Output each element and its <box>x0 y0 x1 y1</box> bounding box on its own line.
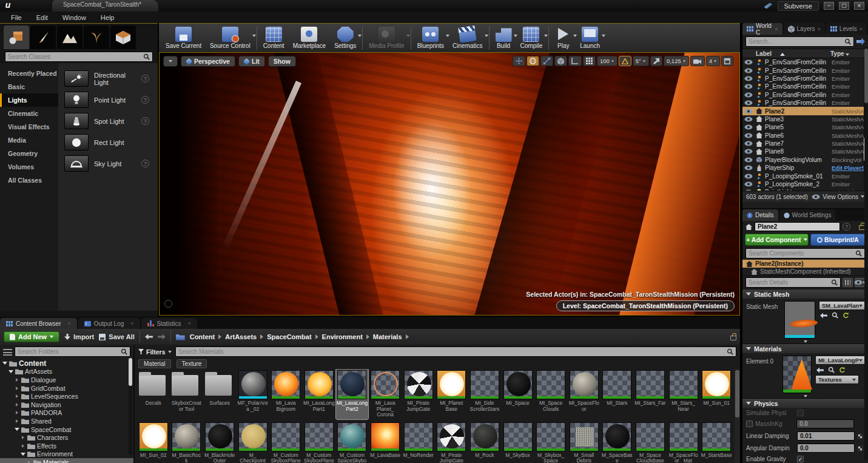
close-tab-icon[interactable]: × <box>775 26 778 32</box>
toolbar-blueprints-button[interactable]: Blueprints <box>413 26 448 50</box>
outliner-row-plane7[interactable]: Plane7StaticMeshA <box>742 140 868 147</box>
toolbar-save-current-button[interactable]: Save Current <box>161 26 206 50</box>
display-filter-button[interactable] <box>855 278 865 287</box>
folder-materials[interactable]: Materials <box>0 458 133 463</box>
close-tab-icon[interactable]: × <box>188 320 191 326</box>
folder-characters[interactable]: Characters <box>0 433 133 442</box>
mode-tab-paint-mode[interactable] <box>30 25 56 49</box>
expander-icon[interactable] <box>15 411 19 414</box>
outliner-search-input[interactable] <box>749 38 844 45</box>
path-lock-icon[interactable] <box>730 336 736 340</box>
category-cinematic[interactable]: Cinematic <box>0 107 58 120</box>
checkbox-icon[interactable] <box>797 410 804 416</box>
tab-world-c[interactable]: World C× <box>742 23 782 35</box>
dropdown-caret-icon[interactable] <box>252 35 256 37</box>
viewport[interactable]: Perspective Lit Show 1005°0,1254 Selecte… <box>159 52 740 316</box>
asset-tile-m-custom-skyboxplane[interactable]: M_Custom SkyboxPlane <box>269 421 302 463</box>
category-basic[interactable]: Basic <box>0 80 58 93</box>
window-title-tab[interactable]: SpaceCombat_TaronStealth* <box>52 0 158 12</box>
tab-content-browser[interactable]: Content Browser× <box>0 318 77 329</box>
visibility-eye-icon[interactable] <box>744 149 753 154</box>
component-staticmeshcomponent-inherited[interactable]: StaticMeshComponent (Inherited) <box>742 268 868 275</box>
surface-snap-button[interactable] <box>568 56 582 66</box>
folder-gridcombat[interactable]: GridCombat <box>0 384 133 393</box>
breadcrumb-content[interactable]: Content <box>190 333 215 340</box>
static-mesh-dropdown[interactable]: SM_LavaPlan <box>819 301 866 310</box>
outliner-row-p-envsandfromceilin[interactable]: P_EnvSandFromCeilinEmitter <box>742 99 868 107</box>
add-new-button[interactable]: Add New <box>4 331 59 342</box>
toolbar-cinematics-button[interactable]: Cinematics <box>448 26 486 50</box>
asset-tile-m-blackhole-outer[interactable]: M_BlackHole Outer <box>203 421 236 463</box>
expander-icon[interactable] <box>15 403 19 407</box>
tab-output-log[interactable]: Output Log× <box>78 318 140 329</box>
checkbox-icon[interactable]: ✓ <box>797 456 804 462</box>
help-icon[interactable]: ? <box>141 117 149 125</box>
tab-details[interactable]: iDetails <box>742 209 778 221</box>
expander-icon[interactable] <box>15 378 19 382</box>
folder-pandora[interactable]: PANDORA <box>0 409 133 417</box>
outliner-row-plane8[interactable]: Plane8StaticMeshA <box>742 147 868 155</box>
mode-tab-geometry-mode[interactable] <box>110 25 136 49</box>
asset-tile-mi-sun-01[interactable]: MI_Sun_01 <box>700 369 733 419</box>
actor-type[interactable]: Edit PlayerS <box>832 164 868 171</box>
close-tab-icon[interactable]: × <box>67 320 70 326</box>
breadcrumb-materials[interactable]: Materials <box>373 333 402 340</box>
material-dropdown[interactable]: MI_LavaLongP <box>815 356 866 365</box>
outliner-search-box[interactable] <box>745 36 854 47</box>
scale-snap-button[interactable] <box>650 56 662 66</box>
outliner-row-pointlight[interactable]: PointLightPointLight <box>742 188 868 191</box>
coordinate-system-button[interactable] <box>554 56 567 66</box>
toolbar-marketplace-button[interactable]: Marketplace <box>289 26 330 50</box>
camera-speed-button[interactable] <box>690 56 705 66</box>
tab-levels[interactable]: Levels× <box>826 23 867 35</box>
drag-handle-icon[interactable] <box>857 433 863 439</box>
outliner-row-plane6[interactable]: Plane6StaticMeshA <box>742 132 868 140</box>
rotate-tool[interactable] <box>527 56 539 66</box>
search-assets-box[interactable] <box>175 346 736 357</box>
toolbar-source-control-button[interactable]: Source Control <box>206 26 255 50</box>
menu-file[interactable]: File <box>4 13 29 22</box>
dropdown-caret-icon[interactable] <box>358 35 362 37</box>
outliner-column-header[interactable]: Label Type <box>742 49 868 58</box>
toolbar-build-button[interactable]: Build <box>491 26 516 50</box>
close-tab-icon[interactable]: × <box>818 26 821 32</box>
folder-tile-skyboxcreator-tool[interactable]: SkyboxCreator Tool <box>170 369 203 419</box>
value-field[interactable]: 0.0 <box>797 444 855 453</box>
asset-tile-m-rock[interactable]: M_Rock <box>468 421 501 463</box>
dropdown-caret-icon[interactable] <box>406 35 410 37</box>
tree-scrollbar[interactable] <box>129 358 132 455</box>
checkbox-icon[interactable] <box>746 421 753 427</box>
grid-snap-button[interactable] <box>583 56 596 66</box>
search-folders-input[interactable] <box>18 348 121 355</box>
browse-icon[interactable] <box>832 312 838 319</box>
search-folders-box[interactable] <box>15 346 130 357</box>
asset-tile-mi-lava-bigroom[interactable]: MI_Lava Bigroom <box>269 369 302 419</box>
expander-icon[interactable] <box>21 444 25 448</box>
asset-tile-mi-pirate-jumpgate[interactable]: MI_Pirate JumpGate <box>402 369 435 419</box>
drag-handle-icon[interactable] <box>857 445 863 451</box>
visibility-eye-icon[interactable] <box>744 141 753 146</box>
asset-tile-mi-space[interactable]: MI_Space <box>502 369 534 419</box>
minimize-button[interactable]: – <box>824 2 834 10</box>
close-tab-icon[interactable]: × <box>860 26 863 32</box>
menu-window[interactable]: Window <box>55 13 93 22</box>
material-thumbnail[interactable] <box>782 356 812 393</box>
expander-icon[interactable] <box>15 387 19 390</box>
category-recently-placed[interactable]: Recently Placed <box>0 67 58 80</box>
outliner-row-p-envsandfromceilin[interactable]: P_EnvSandFromCeilinEmitter <box>742 66 868 74</box>
breadcrumb-spacecombat[interactable]: SpaceCombat <box>267 333 311 340</box>
type-filter-icon[interactable] <box>846 53 849 56</box>
visibility-eye-icon[interactable] <box>744 117 753 122</box>
visibility-eye-icon[interactable] <box>744 189 753 191</box>
menu-help[interactable]: Help <box>93 13 122 22</box>
asset-tile-m-small-debris[interactable]: M_Small Debris <box>568 421 601 463</box>
outliner-row-p-loopingsmoke-2[interactable]: P_LoopingSmoke_2Emitter <box>742 180 868 188</box>
search-assets-input[interactable] <box>178 348 727 355</box>
visibility-eye-icon[interactable] <box>744 84 753 89</box>
asset-tile-m-spacefloor-mat[interactable]: M_SpaceFloor _Mat <box>667 421 700 463</box>
mode-tab-place-mode[interactable] <box>4 25 29 49</box>
tab-layers[interactable]: Layers× <box>784 23 825 35</box>
search-classes-box[interactable] <box>5 52 153 62</box>
view-options-button[interactable]: View Options <box>812 194 864 200</box>
outliner-add-icon[interactable] <box>856 38 865 46</box>
